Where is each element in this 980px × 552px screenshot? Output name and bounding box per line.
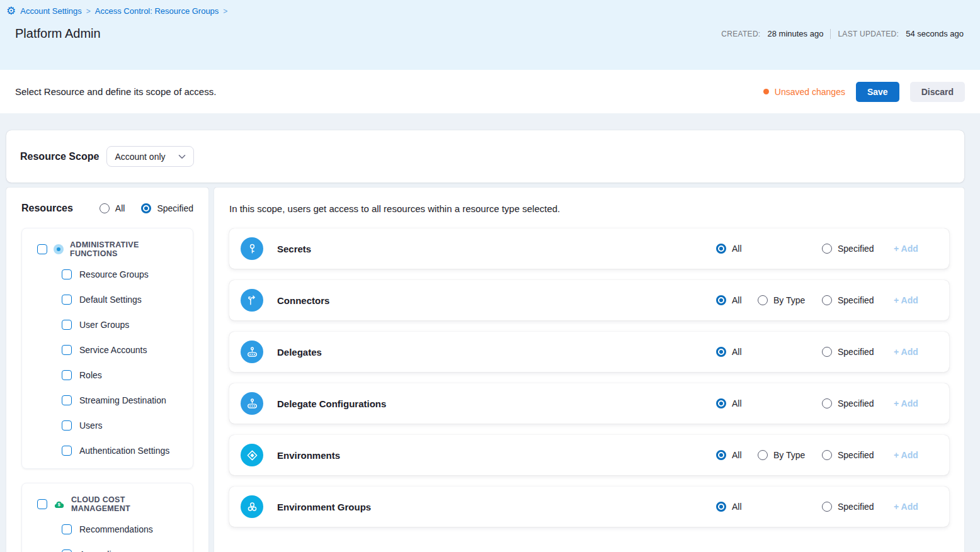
key-icon (241, 237, 263, 260)
radio-all[interactable]: All (716, 244, 758, 254)
resource-checkbox[interactable] (62, 295, 72, 305)
resource-type-name: Delegates (277, 347, 322, 358)
cloud-cost-icon: $ (54, 500, 65, 509)
radio-label: All (732, 450, 742, 460)
radio-by-type[interactable]: By Type (758, 295, 822, 305)
add-button[interactable]: + Add (894, 244, 918, 254)
resource-label: Authentication Settings (79, 446, 169, 456)
radio-icon (758, 450, 768, 460)
radio-all[interactable]: All (716, 502, 758, 512)
radio-icon (822, 398, 832, 408)
resource-type-row: Environments AllBy TypeSpecified+ Add (229, 435, 949, 475)
resource-type-name: Delegate Configurations (277, 398, 386, 409)
radio-label: All (732, 347, 742, 357)
resource-label: Streaming Destination (79, 395, 166, 405)
radio-icon (822, 347, 832, 357)
last-updated-value: 54 seconds ago (906, 29, 964, 38)
resource-type-row: Delegate Configurations AllSpecified+ Ad… (229, 383, 949, 424)
add-button[interactable]: + Add (894, 450, 918, 460)
add-button[interactable]: + Add (894, 398, 918, 408)
resource-type-row: Secrets AllSpecified+ Add (229, 228, 949, 269)
resource-checkbox[interactable] (62, 446, 72, 456)
resource-checkbox[interactable] (62, 395, 72, 405)
delegate-configurations-icon (241, 392, 263, 415)
chevron-right-icon (86, 7, 91, 16)
resource-label: Users (79, 420, 103, 431)
breadcrumb-resource-groups[interactable]: Access Control: Resource Groups (95, 6, 219, 16)
resource-checkbox[interactable] (62, 345, 72, 355)
radio-icon (716, 398, 726, 408)
environments-icon (241, 444, 263, 466)
radio-label: All (732, 398, 742, 408)
svg-text:$: $ (58, 502, 60, 507)
add-button[interactable]: + Add (894, 347, 918, 357)
resource-scope-select[interactable]: Account only (106, 146, 193, 167)
discard-button[interactable]: Discard (910, 82, 965, 102)
resource-list-item: Roles (62, 363, 185, 388)
resource-scope-card: Resource Scope Account only (6, 130, 964, 183)
add-button[interactable]: + Add (894, 295, 918, 305)
radio-icon (716, 347, 726, 357)
radio-label: Specified (838, 244, 874, 254)
resource-scope-selected-value: Account only (115, 152, 165, 162)
resource-checkbox[interactable] (62, 420, 72, 431)
radio-all[interactable]: All (716, 295, 758, 305)
resource-category-card: $ CLOUD COST MANAGEMENT Recommendations … (21, 483, 193, 552)
radio-all[interactable]: All (716, 450, 758, 460)
radio-all[interactable]: All (716, 398, 758, 408)
resource-checkbox[interactable] (62, 524, 72, 534)
resource-type-row: Delegates AllSpecified+ Add (229, 332, 949, 372)
radio-all[interactable]: All (100, 203, 125, 213)
resource-label: Roles (79, 370, 102, 380)
resource-checkbox[interactable] (62, 320, 72, 330)
radio-specified[interactable]: Specified (822, 347, 894, 357)
created-value: 28 minutes ago (767, 29, 823, 38)
resource-label: Service Accounts (79, 345, 147, 355)
category-checkbox[interactable] (37, 244, 47, 254)
breadcrumb: ⚙ Account Settings Access Control: Resou… (0, 6, 980, 16)
content-area: Resource Scope Account only Resources Al… (0, 113, 980, 552)
radio-label: Specified (838, 450, 874, 460)
radio-specified[interactable]: Specified (822, 295, 894, 305)
radio-specified[interactable]: Specified (822, 398, 894, 408)
toolbar-description: Select Resource and define its scope of … (15, 86, 216, 97)
resources-sidebar: Resources AllSpecified ADMINISTRATIVE FU… (6, 188, 208, 552)
resource-checkbox[interactable] (62, 269, 72, 279)
radio-all[interactable]: All (716, 347, 758, 357)
resource-type-name: Secrets (277, 244, 311, 254)
resource-label: Recommendations (79, 524, 153, 534)
admin-functions-icon (54, 244, 64, 254)
radio-icon (822, 244, 832, 254)
resource-checkbox[interactable] (62, 549, 72, 552)
radio-icon (822, 295, 832, 305)
breadcrumb-account-settings[interactable]: Account Settings (20, 6, 82, 16)
category-checkbox[interactable] (37, 499, 47, 509)
radio-label: All (732, 244, 742, 254)
resource-list-item: Authentication Settings (62, 438, 185, 463)
radio-label: By Type (773, 295, 805, 305)
resource-types-panel: In this scope, users get access to all r… (214, 188, 964, 552)
divider (830, 29, 831, 39)
gear-icon: ⚙ (6, 6, 16, 16)
resource-checkbox[interactable] (62, 370, 72, 380)
radio-icon (758, 295, 768, 305)
delegates-icon (241, 341, 263, 363)
radio-specified[interactable]: Specified (822, 502, 894, 512)
save-button[interactable]: Save (856, 82, 899, 102)
radio-label: Specified (838, 347, 874, 357)
add-button[interactable]: + Add (894, 502, 918, 512)
resource-type-name: Environments (277, 450, 340, 461)
radio-specified[interactable]: Specified (141, 203, 193, 213)
radio-specified[interactable]: Specified (822, 244, 894, 254)
radio-label: Specified (838, 398, 874, 408)
resource-list-item: Service Accounts (62, 337, 185, 363)
radio-specified[interactable]: Specified (822, 450, 894, 460)
radio-by-type[interactable]: By Type (758, 450, 822, 460)
unsaved-changes-label: Unsaved changes (775, 87, 845, 97)
unsaved-dot-icon (763, 89, 769, 94)
resource-list-item: Default Settings (62, 287, 185, 312)
resource-scope-label: Resource Scope (20, 151, 99, 162)
chevron-right-icon (223, 7, 227, 16)
radio-label: All (732, 502, 742, 512)
resources-mode-radios: AllSpecified (100, 203, 193, 213)
